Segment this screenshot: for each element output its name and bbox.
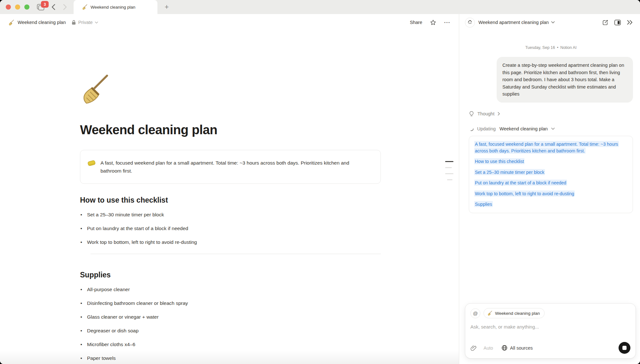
update-line: Work top to bottom, left to right to avo… bbox=[474, 190, 628, 197]
bullet-icon: • bbox=[80, 313, 83, 321]
update-line: Supplies bbox=[474, 201, 628, 208]
sponge-icon bbox=[87, 159, 96, 167]
update-line: How to use this checklist bbox=[474, 158, 628, 165]
list-item[interactable]: •Degreaser or dish soap bbox=[80, 327, 381, 335]
lightbulb-icon bbox=[469, 111, 474, 117]
breadcrumb[interactable]: Weekend cleaning plan bbox=[8, 19, 66, 26]
bullet-icon: • bbox=[80, 354, 83, 362]
updating-label: Updating bbox=[477, 126, 496, 131]
bullet-icon: • bbox=[80, 211, 83, 219]
table-of-contents-minimap[interactable] bbox=[445, 161, 453, 185]
notification-badge: 3 bbox=[41, 1, 49, 8]
zoom-window-button[interactable] bbox=[24, 4, 29, 10]
notion-ai-panel: Weekend apartment cleaning plan bbox=[459, 14, 640, 364]
broom-icon bbox=[82, 4, 88, 10]
ai-composer[interactable]: @ Weekend cleaning plan Ask, search, or … bbox=[465, 303, 636, 359]
bullet-icon: • bbox=[80, 299, 83, 307]
toc-line bbox=[445, 167, 452, 168]
section-heading-how-to[interactable]: How to use this checklist bbox=[80, 196, 381, 205]
bullet-icon: • bbox=[80, 286, 83, 293]
mode-selector[interactable]: Auto bbox=[484, 345, 493, 351]
list-item[interactable]: •Paper towels bbox=[80, 354, 381, 362]
stop-generation-button[interactable] bbox=[619, 342, 630, 354]
panel-layout-toggle-icon[interactable] bbox=[614, 19, 621, 26]
updating-target-page: Weekend cleaning plan bbox=[500, 126, 548, 131]
list-item[interactable]: •Microfiber cloths x4–6 bbox=[80, 341, 381, 348]
privacy-label: Private bbox=[78, 20, 92, 25]
callout-block[interactable]: A fast, focused weekend plan for a small… bbox=[80, 150, 381, 184]
breadcrumb-title: Weekend cleaning plan bbox=[18, 20, 66, 25]
chat-date: Tuesday, Sep 16 bbox=[525, 45, 555, 50]
back-button[interactable] bbox=[50, 4, 57, 11]
forward-button[interactable] bbox=[61, 4, 68, 11]
list-item[interactable]: •Work top to bottom, left to right to av… bbox=[80, 238, 381, 246]
toc-line bbox=[445, 173, 453, 174]
page-title[interactable]: Weekend cleaning plan bbox=[80, 123, 381, 137]
ai-panel-header: Weekend apartment cleaning plan bbox=[459, 14, 640, 31]
how-to-list: •Set a 25–30 minute timer per block •Put… bbox=[80, 211, 381, 246]
context-page-chip[interactable]: Weekend cleaning plan bbox=[484, 308, 545, 318]
chevron-down-icon bbox=[95, 21, 98, 24]
more-options-button[interactable]: ••• bbox=[444, 21, 451, 24]
broom-icon bbox=[487, 311, 492, 316]
update-line: Put on laundry at the start of a block i… bbox=[474, 180, 628, 186]
share-button[interactable]: Share bbox=[410, 20, 422, 25]
lock-icon bbox=[71, 20, 76, 25]
update-line: Set a 25–30 minute timer per block bbox=[474, 169, 628, 175]
page-broom-emoji[interactable] bbox=[80, 74, 111, 104]
minimize-window-button[interactable] bbox=[15, 4, 20, 10]
bullet-icon: • bbox=[80, 225, 83, 232]
composer-input-placeholder[interactable]: Ask, search, or make anything... bbox=[470, 324, 630, 329]
spinner-icon bbox=[469, 126, 474, 131]
bullet-icon: • bbox=[80, 327, 83, 335]
chevron-right-icon bbox=[63, 4, 67, 10]
page-scroll-area[interactable]: Weekend cleaning plan A fast, focused we… bbox=[0, 31, 459, 364]
chevron-down-icon bbox=[551, 128, 555, 130]
chat-agent-name: Notion AI bbox=[560, 45, 577, 50]
chat-date-line: Tuesday, Sep 16•Notion AI bbox=[469, 45, 633, 50]
attachment-paperclip-icon[interactable] bbox=[470, 345, 476, 351]
bullet-icon: • bbox=[80, 341, 83, 348]
mention-button[interactable]: @ bbox=[470, 308, 480, 318]
list-item[interactable]: •Disinfecting bathroom cleaner or bleach… bbox=[80, 299, 381, 307]
page-header: Weekend cleaning plan Private Share bbox=[0, 14, 459, 31]
sources-selector[interactable]: All sources bbox=[501, 345, 533, 351]
globe-icon bbox=[501, 345, 508, 351]
privacy-control[interactable]: Private bbox=[71, 20, 98, 25]
thought-disclosure[interactable]: Thought bbox=[469, 111, 633, 117]
page-update-preview-card[interactable]: A fast, focused weekend plan for a small… bbox=[469, 136, 633, 213]
update-line: A fast, focused weekend plan for a small… bbox=[474, 141, 628, 154]
chevron-down-icon[interactable] bbox=[551, 21, 555, 24]
list-item[interactable]: •Set a 25–30 minute timer per block bbox=[80, 211, 381, 219]
context-chip-label: Weekend cleaning plan bbox=[495, 311, 540, 316]
ai-chat-area: Tuesday, Sep 16•Notion AI Create a step-… bbox=[459, 31, 640, 364]
tab-weekend-cleaning-plan[interactable]: Weekend cleaning plan bbox=[74, 0, 157, 14]
thought-label: Thought bbox=[477, 111, 494, 116]
dot-separator: • bbox=[557, 45, 558, 50]
toc-line bbox=[447, 179, 452, 180]
list-item[interactable]: •Put on laundry at the start of a block … bbox=[80, 225, 381, 232]
stop-icon bbox=[622, 346, 627, 350]
list-item[interactable]: •Glass cleaner or vinegar + water bbox=[80, 313, 381, 321]
new-chat-compose-icon[interactable] bbox=[602, 19, 609, 26]
bullet-icon: • bbox=[80, 238, 83, 246]
main-area: Weekend cleaning plan Private Share bbox=[0, 14, 459, 364]
updating-status-row[interactable]: Updating Weekend cleaning plan bbox=[469, 126, 633, 131]
collapse-panel-double-chevron-icon[interactable] bbox=[627, 19, 634, 25]
broom-icon bbox=[8, 19, 14, 26]
ai-thread-title[interactable]: Weekend apartment cleaning plan bbox=[478, 20, 549, 25]
notion-ai-face-icon bbox=[467, 19, 473, 26]
close-window-button[interactable] bbox=[6, 4, 11, 10]
sidebar-toggle-button[interactable]: 3 bbox=[36, 3, 45, 11]
favorite-star-icon[interactable] bbox=[430, 19, 436, 26]
tab-bar: 3 Weekend cleaning plan + bbox=[0, 0, 640, 14]
tab-label: Weekend cleaning plan bbox=[91, 5, 135, 10]
list-item[interactable]: •All-purpose cleaner bbox=[80, 286, 381, 293]
supplies-list: •All-purpose cleaner •Disinfecting bathr… bbox=[80, 286, 381, 362]
callout-text: A fast, focused weekend plan for a small… bbox=[100, 159, 366, 175]
sources-label: All sources bbox=[510, 345, 533, 351]
section-heading-supplies[interactable]: Supplies bbox=[80, 271, 381, 279]
new-tab-button[interactable]: + bbox=[162, 2, 172, 12]
user-message-bubble[interactable]: Create a step-by-step weekend apartment … bbox=[497, 57, 633, 103]
notion-ai-avatar bbox=[465, 18, 475, 27]
